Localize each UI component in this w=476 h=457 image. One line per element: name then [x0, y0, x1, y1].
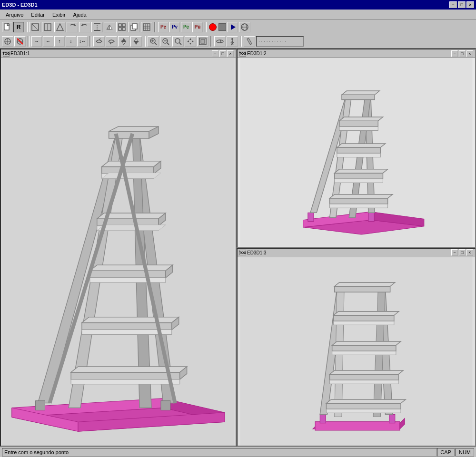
svg-marker-139	[335, 286, 390, 292]
viewport-top-right-controls: − □ ×	[451, 50, 473, 57]
tb2-zoom-out[interactable]	[160, 36, 171, 47]
tb-label-pu[interactable]: Pü	[192, 22, 203, 32]
maximize-button[interactable]: □	[458, 1, 466, 8]
tb-separator-1	[26, 22, 28, 32]
svg-marker-90	[90, 265, 173, 271]
viewport-left-label: ED3D1:1	[10, 51, 30, 56]
svg-marker-13	[107, 25, 109, 29]
viewport-bottom-right-title-text: TOG ED3D1:3	[239, 250, 267, 255]
svg-point-59	[231, 38, 233, 40]
snap-ruler: · · · · · · · · · · ·	[256, 36, 304, 47]
viewport-left-maximize[interactable]: □	[219, 50, 226, 57]
tb2-rotate-3d[interactable]	[214, 36, 226, 47]
svg-marker-126	[330, 198, 388, 204]
tb-globe[interactable]	[239, 22, 250, 32]
tb-red-circle[interactable]	[209, 23, 217, 31]
close-button[interactable]: ×	[466, 1, 474, 8]
tb2-arrow-right[interactable]: →	[31, 36, 42, 47]
viewport-bottom-right-minimize[interactable]: −	[451, 249, 458, 256]
svg-marker-141	[334, 315, 394, 321]
svg-marker-83	[102, 173, 161, 179]
tb2-sep1	[28, 36, 30, 47]
viewport-left[interactable]: TOG ED3D1:1 − □ ×	[0, 49, 237, 447]
viewport-left-canvas[interactable]	[1, 58, 236, 446]
menu-exibir[interactable]: Exibir	[49, 11, 69, 19]
tb-move2[interactable]	[42, 22, 53, 32]
svg-line-38	[110, 43, 111, 44]
title-bar-controls: − □ ×	[449, 1, 474, 8]
viewport-top-right-maximize[interactable]: □	[459, 50, 466, 57]
tb2-orbit2[interactable]	[106, 36, 117, 47]
tb-label-pv[interactable]: Pv	[169, 22, 180, 32]
tb-copy[interactable]	[129, 22, 140, 32]
tb-gray-square[interactable]	[218, 23, 226, 31]
viewport-top-right-canvas[interactable]	[238, 58, 475, 247]
svg-marker-52	[189, 38, 191, 40]
tb2-orbit1[interactable]	[93, 36, 105, 47]
viewport-left-title-text: TOG ED3D1:1	[3, 51, 30, 57]
tb-label-pc[interactable]: Pc	[181, 22, 191, 32]
svg-rect-15	[119, 24, 121, 27]
svg-marker-39	[121, 38, 126, 42]
menu-arquivo[interactable]: Arquivo	[2, 11, 27, 19]
tb2-pan-down[interactable]	[130, 36, 142, 47]
svg-marker-100	[71, 379, 180, 384]
svg-line-37	[99, 39, 100, 40]
viewport-left-minimize[interactable]: −	[212, 50, 218, 57]
tb2-zoom-in[interactable]	[148, 36, 159, 47]
svg-rect-21	[143, 24, 150, 30]
num-indicator: NUM	[456, 448, 474, 457]
tb2-scale[interactable]: ↕↔	[77, 36, 88, 47]
tb2-pan-up[interactable]	[118, 36, 129, 47]
viewport-top-right-label: ED3D1:2	[247, 51, 267, 56]
viewport-top-right-close[interactable]: ×	[466, 50, 473, 57]
viewport-bottom-right-close[interactable]: ×	[466, 249, 473, 256]
tb-move3[interactable]	[54, 22, 66, 32]
svg-marker-26	[231, 24, 236, 30]
tb2-pan[interactable]	[185, 36, 196, 47]
tb2-fit[interactable]	[197, 36, 208, 47]
viewport-bottom-right[interactable]: TOG ED3D1:3 − □ ×	[237, 248, 476, 447]
viewport-bottom-right-canvas[interactable]	[238, 257, 475, 446]
tb-array[interactable]	[116, 22, 128, 32]
status-indicators: CAP NUM	[437, 448, 474, 457]
tb-move1[interactable]	[30, 22, 41, 32]
svg-rect-131	[315, 421, 400, 430]
svg-marker-144	[332, 345, 396, 351]
tb2-pen[interactable]	[244, 36, 255, 47]
tb-select[interactable]: R	[13, 22, 24, 32]
app-title: ED3D - ED3D1	[2, 2, 38, 8]
svg-marker-41	[134, 41, 139, 45]
tb2-arrow-down[interactable]: ↓	[66, 36, 76, 47]
menu-editar[interactable]: Editar	[27, 11, 49, 19]
ruler-marks: · · · · · · · · · · ·	[258, 39, 286, 44]
tb-new[interactable]	[2, 22, 12, 32]
viewport-left-close[interactable]: ×	[227, 50, 234, 57]
tb2-snap-off[interactable]	[14, 36, 26, 47]
viewport-left-controls: − □ ×	[212, 50, 234, 57]
tb-separator-2	[154, 22, 156, 32]
tb-rotate1[interactable]	[67, 22, 78, 32]
tb2-zoom-box[interactable]	[172, 36, 184, 47]
svg-marker-125	[335, 179, 383, 183]
svg-rect-109	[308, 213, 314, 221]
tb2-arrow-up[interactable]: ↑	[54, 36, 65, 47]
tb-label-pe[interactable]: Pe	[158, 22, 169, 32]
tb2-snap-on[interactable]	[2, 36, 13, 47]
tb-mirror[interactable]	[104, 22, 115, 32]
tb2-arrow-left[interactable]: ←	[43, 36, 53, 47]
menu-ajuda[interactable]: Ajuda	[69, 11, 90, 19]
viewport-top-right[interactable]: TOG ED3D1:2 − □ ×	[237, 49, 476, 248]
tb-scale[interactable]	[91, 22, 103, 32]
tb-grid[interactable]	[141, 22, 152, 32]
tb-play[interactable]	[228, 22, 238, 32]
svg-marker-94	[82, 317, 179, 323]
tb2-walk[interactable]	[227, 36, 238, 47]
tb-rotate2[interactable]	[79, 22, 90, 32]
svg-marker-128	[330, 204, 388, 208]
svg-marker-151	[326, 399, 406, 403]
viewport-top-right-minimize[interactable]: −	[451, 50, 458, 57]
minimize-button[interactable]: −	[449, 1, 457, 8]
viewport-right: TOG ED3D1:2 − □ ×	[237, 49, 476, 447]
viewport-bottom-right-maximize[interactable]: □	[459, 249, 466, 256]
